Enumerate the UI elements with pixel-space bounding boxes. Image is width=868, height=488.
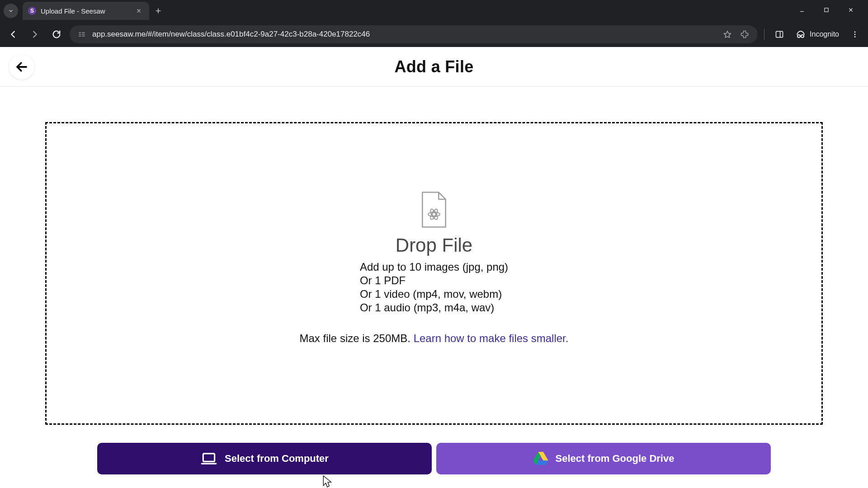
format-line: Or 1 video (mp4, mov, webm) (360, 288, 502, 300)
learn-more-link[interactable]: Learn how to make files smaller. (414, 332, 569, 344)
forward-nav-button[interactable] (26, 26, 43, 43)
reload-button[interactable] (48, 26, 65, 43)
svg-point-2 (797, 35, 800, 38)
svg-point-4 (854, 31, 856, 33)
svg-point-7 (432, 212, 436, 216)
extensions-icon[interactable] (739, 30, 750, 39)
window-controls (795, 7, 864, 15)
max-filesize-text: Max file size is 250MB. (300, 332, 414, 344)
browser-tab[interactable]: S Upload File - Seesaw (23, 2, 149, 20)
seesaw-favicon-icon: S (28, 7, 36, 15)
toolbar-divider (764, 29, 764, 40)
browser-chrome: S Upload File - Seesaw app (0, 0, 868, 47)
tab-strip: S Upload File - Seesaw (0, 0, 868, 22)
dropzone-title: Drop File (396, 235, 472, 256)
back-button[interactable] (9, 54, 34, 80)
google-drive-icon (533, 452, 548, 465)
button-label: Select from Computer (225, 453, 329, 465)
svg-rect-11 (203, 454, 214, 461)
incognito-label: Incognito (810, 30, 839, 38)
incognito-icon (795, 29, 806, 40)
format-line: Add up to 10 images (jpg, png) (360, 261, 508, 273)
svg-rect-0 (825, 8, 828, 12)
new-tab-button[interactable] (151, 4, 165, 18)
page-title: Add a File (394, 57, 473, 76)
maximize-button[interactable] (819, 7, 834, 15)
incognito-indicator[interactable]: Incognito (793, 29, 842, 40)
arrow-left-icon (15, 60, 28, 74)
site-info-icon[interactable] (77, 30, 87, 38)
mouse-cursor-icon (323, 475, 333, 488)
svg-rect-1 (776, 31, 783, 37)
laptop-icon (200, 450, 217, 467)
side-panel-button[interactable] (771, 26, 788, 43)
svg-point-6 (854, 36, 856, 38)
close-tab-icon[interactable] (135, 7, 143, 15)
button-label: Select from Google Drive (556, 453, 675, 465)
minimize-button[interactable] (795, 7, 809, 15)
app-header: Add a File (0, 47, 868, 87)
back-nav-button[interactable] (5, 26, 22, 43)
address-bar[interactable]: app.seesaw.me/#/item/new/class/class.e01… (70, 25, 758, 43)
svg-point-5 (854, 34, 856, 35)
format-line: Or 1 PDF (360, 274, 406, 287)
select-from-computer-button[interactable]: Select from Computer (97, 443, 432, 474)
close-window-button[interactable] (844, 7, 858, 15)
format-line: Or 1 audio (mp3, m4a, wav) (360, 301, 494, 314)
tab-search-button[interactable] (4, 4, 18, 18)
file-icon (420, 191, 448, 230)
svg-point-3 (801, 35, 804, 38)
max-filesize-info: Max file size is 250MB. Learn how to mak… (300, 332, 569, 345)
tab-title: Upload File - Seesaw (41, 7, 130, 15)
buttons-row: Select from Computer Select from Google … (97, 443, 771, 474)
main-content: Drop File Add up to 10 images (jpg, png)… (0, 87, 868, 474)
url-text: app.seesaw.me/#/item/new/class/class.e01… (92, 30, 716, 39)
chrome-menu-button[interactable] (846, 26, 863, 43)
file-dropzone[interactable]: Drop File Add up to 10 images (jpg, png)… (45, 122, 823, 425)
format-list: Add up to 10 images (jpg, png) Or 1 PDF … (360, 261, 508, 314)
browser-toolbar: app.seesaw.me/#/item/new/class/class.e01… (0, 22, 868, 47)
bookmark-star-icon[interactable] (722, 30, 733, 39)
select-from-google-drive-button[interactable]: Select from Google Drive (436, 443, 771, 474)
